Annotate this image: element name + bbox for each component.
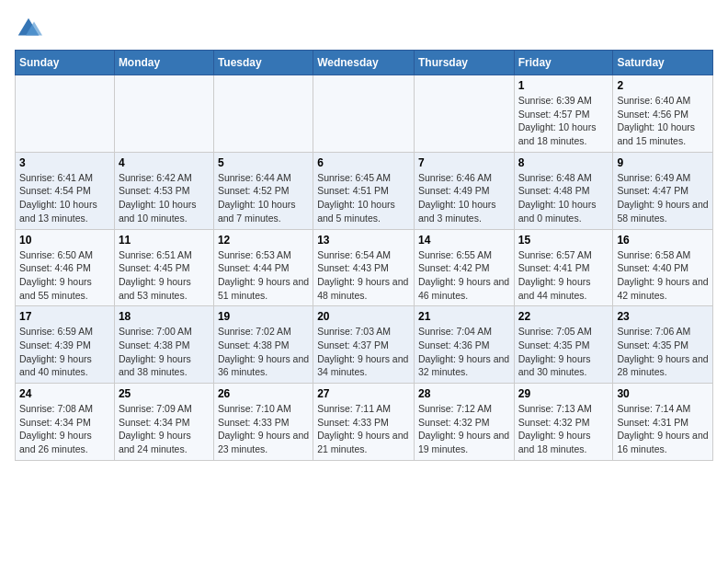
day-info: Sunrise: 6:45 AM Sunset: 4:51 PM Dayligh… bbox=[317, 171, 410, 225]
calendar-cell: 17Sunrise: 6:59 AM Sunset: 4:39 PM Dayli… bbox=[16, 306, 115, 384]
column-header-thursday: Thursday bbox=[414, 51, 514, 75]
day-info: Sunrise: 6:59 AM Sunset: 4:39 PM Dayligh… bbox=[19, 325, 110, 379]
calendar-cell: 1Sunrise: 6:39 AM Sunset: 4:57 PM Daylig… bbox=[514, 75, 613, 153]
day-info: Sunrise: 7:10 AM Sunset: 4:33 PM Dayligh… bbox=[218, 402, 309, 456]
day-info: Sunrise: 6:44 AM Sunset: 4:52 PM Dayligh… bbox=[218, 171, 309, 225]
column-header-friday: Friday bbox=[514, 51, 613, 75]
day-number: 15 bbox=[518, 234, 609, 247]
day-info: Sunrise: 7:09 AM Sunset: 4:34 PM Dayligh… bbox=[119, 402, 210, 456]
day-info: Sunrise: 6:50 AM Sunset: 4:46 PM Dayligh… bbox=[19, 248, 110, 303]
calendar-cell: 11Sunrise: 6:51 AM Sunset: 4:45 PM Dayli… bbox=[114, 229, 213, 306]
calendar-cell: 25Sunrise: 7:09 AM Sunset: 4:34 PM Dayli… bbox=[114, 384, 213, 461]
day-info: Sunrise: 6:54 AM Sunset: 4:43 PM Dayligh… bbox=[317, 248, 410, 303]
calendar-body: 1Sunrise: 6:39 AM Sunset: 4:57 PM Daylig… bbox=[16, 75, 713, 461]
day-info: Sunrise: 7:12 AM Sunset: 4:32 PM Dayligh… bbox=[418, 402, 510, 456]
calendar-header-row: SundayMondayTuesdayWednesdayThursdayFrid… bbox=[16, 51, 713, 75]
calendar-cell: 24Sunrise: 7:08 AM Sunset: 4:34 PM Dayli… bbox=[16, 384, 115, 461]
day-number: 4 bbox=[119, 156, 210, 169]
day-info: Sunrise: 7:06 AM Sunset: 4:35 PM Dayligh… bbox=[617, 325, 709, 379]
calendar-cell: 27Sunrise: 7:11 AM Sunset: 4:33 PM Dayli… bbox=[313, 384, 415, 461]
day-info: Sunrise: 6:48 AM Sunset: 4:48 PM Dayligh… bbox=[518, 171, 609, 225]
day-number: 14 bbox=[418, 234, 510, 247]
day-number: 9 bbox=[617, 156, 709, 169]
day-info: Sunrise: 6:40 AM Sunset: 4:56 PM Dayligh… bbox=[617, 94, 709, 148]
column-header-saturday: Saturday bbox=[613, 51, 713, 75]
day-number: 18 bbox=[119, 310, 210, 323]
day-number: 28 bbox=[418, 387, 510, 400]
day-number: 24 bbox=[19, 387, 110, 400]
calendar-cell: 20Sunrise: 7:03 AM Sunset: 4:37 PM Dayli… bbox=[313, 306, 415, 384]
day-number: 6 bbox=[317, 156, 410, 169]
day-number: 22 bbox=[518, 310, 609, 323]
calendar-week-row: 3Sunrise: 6:41 AM Sunset: 4:54 PM Daylig… bbox=[16, 152, 713, 229]
calendar-cell: 30Sunrise: 7:14 AM Sunset: 4:31 PM Dayli… bbox=[613, 384, 713, 461]
calendar-cell: 9Sunrise: 6:49 AM Sunset: 4:47 PM Daylig… bbox=[613, 152, 713, 229]
calendar-cell bbox=[16, 75, 115, 153]
calendar-cell bbox=[313, 75, 415, 153]
calendar-cell: 21Sunrise: 7:04 AM Sunset: 4:36 PM Dayli… bbox=[414, 306, 514, 384]
day-info: Sunrise: 6:57 AM Sunset: 4:41 PM Dayligh… bbox=[518, 248, 609, 303]
day-info: Sunrise: 7:14 AM Sunset: 4:31 PM Dayligh… bbox=[617, 402, 709, 456]
day-info: Sunrise: 7:04 AM Sunset: 4:36 PM Dayligh… bbox=[418, 325, 510, 379]
column-header-wednesday: Wednesday bbox=[313, 51, 415, 75]
column-header-tuesday: Tuesday bbox=[213, 51, 313, 75]
calendar-cell: 7Sunrise: 6:46 AM Sunset: 4:49 PM Daylig… bbox=[414, 152, 514, 229]
day-info: Sunrise: 6:58 AM Sunset: 4:40 PM Dayligh… bbox=[617, 248, 709, 303]
day-info: Sunrise: 6:42 AM Sunset: 4:53 PM Dayligh… bbox=[119, 171, 210, 225]
day-info: Sunrise: 6:46 AM Sunset: 4:49 PM Dayligh… bbox=[418, 171, 510, 225]
logo bbox=[15, 15, 46, 42]
day-info: Sunrise: 6:49 AM Sunset: 4:47 PM Dayligh… bbox=[617, 171, 709, 225]
calendar-table: SundayMondayTuesdayWednesdayThursdayFrid… bbox=[15, 50, 713, 461]
calendar-cell: 22Sunrise: 7:05 AM Sunset: 4:35 PM Dayli… bbox=[514, 306, 613, 384]
day-number: 7 bbox=[418, 156, 510, 169]
day-info: Sunrise: 6:41 AM Sunset: 4:54 PM Dayligh… bbox=[19, 171, 110, 225]
column-header-sunday: Sunday bbox=[16, 51, 115, 75]
day-number: 25 bbox=[119, 387, 210, 400]
day-info: Sunrise: 7:02 AM Sunset: 4:38 PM Dayligh… bbox=[218, 325, 309, 379]
day-number: 11 bbox=[119, 234, 210, 247]
page-header bbox=[15, 15, 713, 42]
day-number: 19 bbox=[218, 310, 309, 323]
calendar-week-row: 1Sunrise: 6:39 AM Sunset: 4:57 PM Daylig… bbox=[16, 75, 713, 153]
day-info: Sunrise: 6:51 AM Sunset: 4:45 PM Dayligh… bbox=[119, 248, 210, 303]
calendar-cell bbox=[114, 75, 213, 153]
day-info: Sunrise: 7:00 AM Sunset: 4:38 PM Dayligh… bbox=[119, 325, 210, 379]
calendar-cell bbox=[213, 75, 313, 153]
calendar-cell bbox=[414, 75, 514, 153]
day-number: 27 bbox=[317, 387, 410, 400]
day-number: 21 bbox=[418, 310, 510, 323]
calendar-cell: 26Sunrise: 7:10 AM Sunset: 4:33 PM Dayli… bbox=[213, 384, 313, 461]
day-number: 30 bbox=[617, 387, 709, 400]
calendar-cell: 14Sunrise: 6:55 AM Sunset: 4:42 PM Dayli… bbox=[414, 229, 514, 306]
calendar-cell: 23Sunrise: 7:06 AM Sunset: 4:35 PM Dayli… bbox=[613, 306, 713, 384]
day-info: Sunrise: 6:53 AM Sunset: 4:44 PM Dayligh… bbox=[218, 248, 309, 303]
calendar-cell: 19Sunrise: 7:02 AM Sunset: 4:38 PM Dayli… bbox=[213, 306, 313, 384]
day-info: Sunrise: 7:11 AM Sunset: 4:33 PM Dayligh… bbox=[317, 402, 410, 456]
calendar-cell: 15Sunrise: 6:57 AM Sunset: 4:41 PM Dayli… bbox=[514, 229, 613, 306]
calendar-week-row: 10Sunrise: 6:50 AM Sunset: 4:46 PM Dayli… bbox=[16, 229, 713, 306]
day-number: 13 bbox=[317, 234, 410, 247]
calendar-cell: 5Sunrise: 6:44 AM Sunset: 4:52 PM Daylig… bbox=[213, 152, 313, 229]
calendar-week-row: 17Sunrise: 6:59 AM Sunset: 4:39 PM Dayli… bbox=[16, 306, 713, 384]
calendar-cell: 16Sunrise: 6:58 AM Sunset: 4:40 PM Dayli… bbox=[613, 229, 713, 306]
calendar-cell: 3Sunrise: 6:41 AM Sunset: 4:54 PM Daylig… bbox=[16, 152, 115, 229]
calendar-cell: 2Sunrise: 6:40 AM Sunset: 4:56 PM Daylig… bbox=[613, 75, 713, 153]
day-number: 8 bbox=[518, 156, 609, 169]
day-number: 16 bbox=[617, 234, 709, 247]
day-number: 2 bbox=[617, 79, 709, 92]
day-number: 5 bbox=[218, 156, 309, 169]
calendar-cell: 12Sunrise: 6:53 AM Sunset: 4:44 PM Dayli… bbox=[213, 229, 313, 306]
day-number: 29 bbox=[518, 387, 609, 400]
day-number: 10 bbox=[19, 234, 110, 247]
day-info: Sunrise: 6:39 AM Sunset: 4:57 PM Dayligh… bbox=[518, 94, 609, 148]
logo-icon bbox=[15, 15, 42, 42]
day-number: 17 bbox=[19, 310, 110, 323]
calendar-week-row: 24Sunrise: 7:08 AM Sunset: 4:34 PM Dayli… bbox=[16, 384, 713, 461]
calendar-cell: 13Sunrise: 6:54 AM Sunset: 4:43 PM Dayli… bbox=[313, 229, 415, 306]
day-info: Sunrise: 7:03 AM Sunset: 4:37 PM Dayligh… bbox=[317, 325, 410, 379]
day-number: 26 bbox=[218, 387, 309, 400]
calendar-cell: 18Sunrise: 7:00 AM Sunset: 4:38 PM Dayli… bbox=[114, 306, 213, 384]
day-info: Sunrise: 7:13 AM Sunset: 4:32 PM Dayligh… bbox=[518, 402, 609, 456]
day-info: Sunrise: 7:05 AM Sunset: 4:35 PM Dayligh… bbox=[518, 325, 609, 379]
calendar-cell: 29Sunrise: 7:13 AM Sunset: 4:32 PM Dayli… bbox=[514, 384, 613, 461]
